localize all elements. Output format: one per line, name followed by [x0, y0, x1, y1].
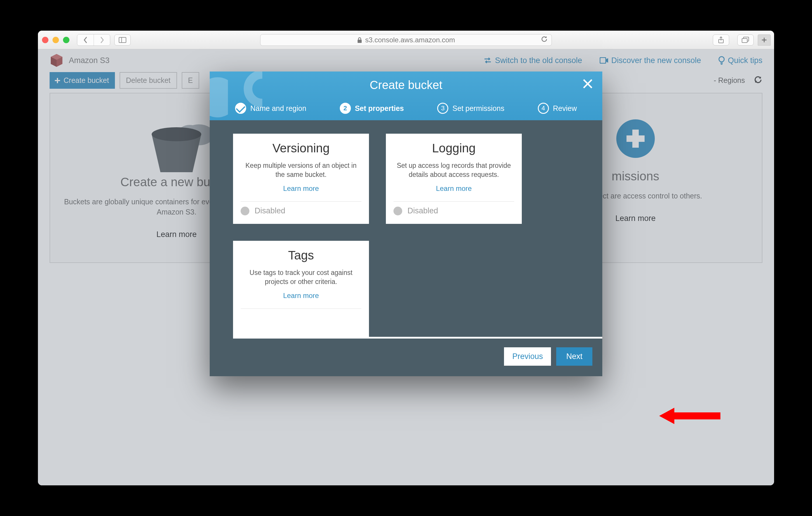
card-title: Tags	[241, 248, 361, 262]
card-status: Disabled	[241, 206, 361, 215]
modal-overlay[interactable]: Create bucket Name and region 2 Set prop…	[38, 31, 774, 485]
card-learn-more-link[interactable]: Learn more	[241, 292, 361, 300]
modal-title: Create bucket	[210, 79, 602, 99]
wizard-steps: Name and region 2 Set properties 3 Set p…	[210, 99, 602, 120]
previous-button[interactable]: Previous	[504, 347, 551, 366]
modal-header: Create bucket Name and region 2 Set prop…	[210, 72, 602, 120]
card-desc: Keep multiple versions of an object in t…	[241, 161, 361, 179]
tags-card[interactable]: Tags Use tags to track your cost against…	[233, 241, 369, 337]
status-dot-icon	[241, 207, 250, 215]
modal-body: Versioning Keep multiple versions of an …	[210, 120, 602, 338]
status-dot-icon	[394, 207, 402, 215]
create-bucket-modal: Create bucket Name and region 2 Set prop…	[210, 72, 602, 376]
logging-card[interactable]: Logging Set up access log records that p…	[386, 134, 522, 224]
step-review[interactable]: 4 Review	[538, 103, 577, 114]
card-learn-more-link[interactable]: Learn more	[241, 185, 361, 193]
card-title: Versioning	[241, 141, 361, 155]
card-title: Logging	[394, 141, 514, 155]
modal-close-button[interactable]	[582, 78, 593, 91]
card-desc: Use tags to track your cost against proj…	[241, 268, 361, 286]
versioning-card[interactable]: Versioning Keep multiple versions of an …	[233, 134, 369, 224]
step-set-permissions[interactable]: 3 Set permissions	[437, 103, 504, 114]
browser-window: s3.console.aws.amazon.com Amazon S	[38, 31, 774, 485]
card-status: Disabled	[394, 206, 514, 215]
card-learn-more-link[interactable]: Learn more	[394, 185, 514, 193]
card-desc: Set up access log records that provide d…	[394, 161, 514, 179]
step-set-properties[interactable]: 2 Set properties	[340, 103, 404, 114]
next-button[interactable]: Next	[556, 347, 592, 366]
close-icon	[582, 78, 593, 89]
step-name-region[interactable]: Name and region	[235, 103, 306, 114]
modal-footer: Previous Next	[210, 338, 602, 376]
check-icon	[235, 103, 246, 114]
